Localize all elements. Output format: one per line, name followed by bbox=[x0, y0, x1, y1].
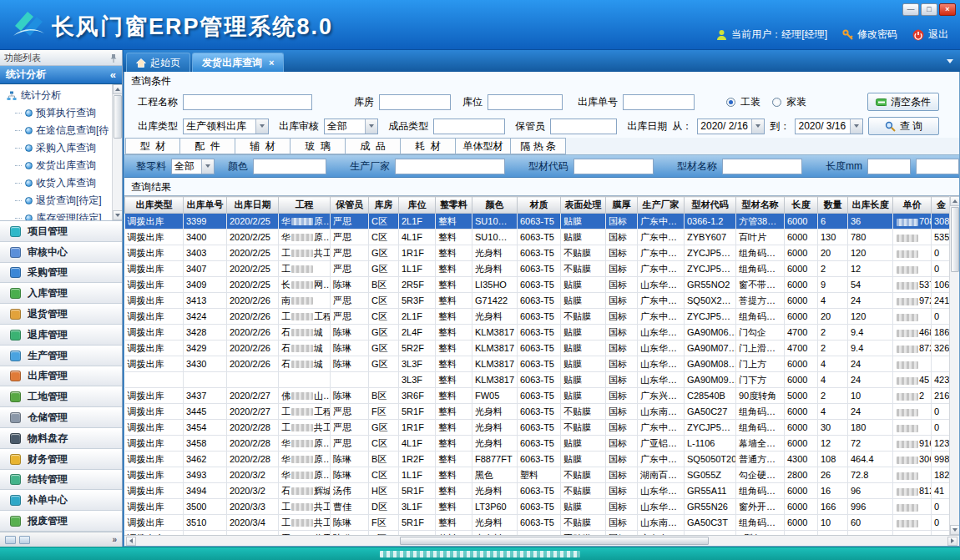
tab-close-icon[interactable]: × bbox=[269, 58, 274, 68]
column-header-6[interactable]: 库房 bbox=[369, 197, 399, 214]
home-install-radio[interactable] bbox=[772, 98, 781, 107]
product-type-input[interactable] bbox=[433, 119, 505, 134]
column-header-3[interactable]: 出库日期 bbox=[227, 197, 279, 214]
tree-item-3[interactable]: 采购入库查询 bbox=[3, 139, 110, 157]
column-header-17[interactable]: 数量 bbox=[818, 197, 848, 214]
material-tab-5[interactable]: 成 品 bbox=[346, 138, 401, 154]
tab-shipping-outbound-query[interactable]: 发货出库查询 × bbox=[192, 53, 284, 72]
tree-item-5[interactable]: 收货入库查询 bbox=[3, 174, 110, 192]
table-row-18[interactable]: 调拨出库34942020/3/2石辉城汤伟H区5R1F整料光身料6063-T5不… bbox=[125, 483, 952, 499]
outbound-type-select[interactable]: 生产领料出库 bbox=[183, 119, 269, 134]
date-to-picker[interactable]: 2020/ 3/16 bbox=[795, 119, 862, 134]
table-row-13[interactable]: 调拨出库34452020/2/27工工程严思F区5R1F整料光身料6063-T5… bbox=[125, 404, 952, 420]
column-header-14[interactable]: 型材代码 bbox=[685, 197, 736, 214]
tab-overflow-caret-icon[interactable] bbox=[947, 59, 953, 63]
table-row-9[interactable]: 调拨出库34292020/2/26石城陈琳G区5R2F整料KLM38176063… bbox=[125, 341, 952, 356]
tree-item-2[interactable]: 在途信息查询[待 bbox=[3, 122, 110, 139]
order-no-input[interactable] bbox=[623, 94, 695, 110]
location-input[interactable] bbox=[488, 94, 563, 110]
profile-name-input[interactable] bbox=[722, 159, 802, 174]
scroll-up-icon[interactable] bbox=[950, 196, 960, 206]
length-max-input[interactable] bbox=[916, 159, 959, 174]
table-row-17[interactable]: 调拨出库34932020/3/2华原…陈琳C区1L1F整料黑色塑料不贴膜国标湖南… bbox=[125, 467, 952, 483]
sidebar-menu-item-9[interactable]: 工地管理 bbox=[0, 386, 122, 407]
column-header-19[interactable]: 单价 bbox=[893, 197, 932, 214]
table-row-3[interactable]: 调拨出库34032020/2/25工共工程严思G区1R1F整料光身料6063-T… bbox=[125, 245, 952, 261]
tree-item-6[interactable]: 退货查询[待定] bbox=[3, 192, 110, 209]
tree-item-4[interactable]: 发货出库查询 bbox=[3, 157, 110, 174]
scroll-right-icon[interactable] bbox=[947, 537, 957, 546]
scroll-down-icon[interactable] bbox=[950, 525, 960, 535]
tree-item-7[interactable]: 库存管理[待定] bbox=[3, 209, 110, 221]
scroll-up-icon[interactable] bbox=[113, 84, 123, 94]
length-min-input[interactable] bbox=[867, 159, 911, 174]
material-tab-6[interactable]: 耗 材 bbox=[401, 138, 456, 154]
column-header-20[interactable]: 金 bbox=[932, 197, 952, 214]
sidebar-menu-item-4[interactable]: 入库管理 bbox=[0, 283, 122, 304]
pin-icon[interactable] bbox=[109, 53, 118, 63]
sidebar-menu-item-14[interactable]: 补单中心 bbox=[0, 490, 122, 511]
logout-button[interactable]: 退出 bbox=[912, 28, 948, 42]
table-row-8[interactable]: 调拨出库34282020/2/26石城陈琳G区2L4F整料KLM38176063… bbox=[125, 325, 952, 341]
table-row-12[interactable]: 调拨出库34372020/2/27佛山…陈琳B区3R6F整料FW056063-T… bbox=[125, 388, 952, 404]
sidebar-menu-item-10[interactable]: 仓储管理 bbox=[0, 407, 122, 428]
column-header-5[interactable]: 保管员 bbox=[331, 197, 369, 214]
material-tab-4[interactable]: 玻 璃 bbox=[291, 138, 346, 154]
keeper-input[interactable] bbox=[550, 119, 617, 134]
grid-hscroll-thumb[interactable] bbox=[400, 537, 709, 545]
sidebar-menu-item-2[interactable]: 审核中心 bbox=[0, 242, 122, 263]
computer-icon[interactable] bbox=[19, 536, 30, 544]
material-tab-7[interactable]: 单体型材 bbox=[456, 138, 511, 154]
column-header-4[interactable]: 工程 bbox=[279, 197, 331, 214]
column-header-7[interactable]: 库位 bbox=[399, 197, 436, 214]
sidebar-menu-item-15[interactable]: 报废管理 bbox=[0, 511, 122, 532]
column-header-9[interactable]: 颜色 bbox=[472, 197, 518, 214]
sidebar-menu-item-11[interactable]: 物料盘存 bbox=[0, 428, 122, 449]
work-install-radio[interactable] bbox=[726, 98, 735, 107]
table-row-14[interactable]: 调拨出库34542020/2/28工共工程严思G区1R1F整料光身料6063-T… bbox=[125, 420, 952, 436]
column-header-2[interactable]: 出库单号 bbox=[184, 197, 227, 214]
sidebar-menu-item-7[interactable]: 生产管理 bbox=[0, 346, 122, 366]
date-from-picker[interactable]: 2020/ 2/16 bbox=[697, 119, 765, 134]
tree-scroll-thumb[interactable] bbox=[114, 95, 122, 139]
sidebar-menu-item-6[interactable]: 退库管理 bbox=[0, 325, 122, 346]
column-header-16[interactable]: 长度 bbox=[785, 197, 818, 214]
sidebar-menu-item-13[interactable]: 结转管理 bbox=[0, 470, 122, 491]
sidebar-menu-item-1[interactable]: 项目管理 bbox=[0, 221, 122, 242]
material-tab-3[interactable]: 辅 材 bbox=[235, 138, 291, 154]
change-password-link[interactable]: 修改密码 bbox=[842, 28, 897, 42]
table-row-1[interactable]: 调拨出库33992020/2/25华原…严思C区2L1F整料SU10…6063-… bbox=[125, 214, 952, 230]
column-header-13[interactable]: 生产厂家 bbox=[638, 197, 685, 214]
search-button[interactable]: 查 询 bbox=[868, 117, 939, 135]
table-row-10[interactable]: 调拨出库34302020/2/26石城陈琳G区3L3F整料KLM38176063… bbox=[125, 356, 952, 372]
warehouse-input[interactable] bbox=[379, 94, 451, 110]
scroll-left-icon[interactable] bbox=[126, 537, 136, 546]
table-row-7[interactable]: 调拨出库34242020/2/26工工程严思C区2L1F整料光身料6063-T5… bbox=[125, 309, 952, 325]
expand-icon[interactable]: » bbox=[112, 535, 117, 544]
table-row-4[interactable]: 调拨出库34072020/2/25工严思G区1L1F整料光身料6063-T5不贴… bbox=[125, 261, 952, 277]
column-header-10[interactable]: 材质 bbox=[518, 197, 561, 214]
manufacturer-input[interactable] bbox=[395, 159, 505, 174]
column-header-1[interactable]: 出库类型 bbox=[125, 197, 184, 214]
sidebar-menu-item-3[interactable]: 采购管理 bbox=[0, 263, 122, 284]
table-row-2[interactable]: 调拨出库34002020/2/25华原…严思C区4L1F整料SU10…6063-… bbox=[125, 230, 952, 245]
project-name-input[interactable] bbox=[183, 94, 312, 110]
outbound-audit-select[interactable]: 全部 bbox=[324, 119, 378, 134]
tree-item-1[interactable]: 预算执行查询 bbox=[3, 104, 110, 122]
statistics-section-header[interactable]: 统计分析 « bbox=[0, 66, 122, 84]
table-row-5[interactable]: 调拨出库34092020/2/25长网…陈琳B区2R5F整料LI35HO6063… bbox=[125, 277, 952, 293]
table-row-20[interactable]: 调拨出库35102020/3/4工共工程陈琳F区5R1F整料光身料6063-T5… bbox=[125, 515, 952, 531]
table-row-11[interactable]: 3L3F整料KLM38176063-T5贴膜国标山东华…GA90M09…门下方6… bbox=[125, 372, 952, 388]
collapse-icon[interactable]: « bbox=[110, 68, 116, 81]
material-tab-2[interactable]: 配 件 bbox=[180, 138, 235, 154]
column-header-18[interactable]: 出库长度 bbox=[848, 197, 893, 214]
table-row-19[interactable]: 调拨出库35002020/3/3工共工程曹佳D区3L1F整料LT3P606063… bbox=[125, 499, 952, 515]
clear-conditions-button[interactable]: 清空条件 bbox=[867, 93, 939, 111]
minimize-button[interactable]: — bbox=[902, 3, 919, 16]
table-row-16[interactable]: 调拨出库34622020/2/28华原…陈琳B区1R2F整料F8877FT606… bbox=[125, 452, 952, 467]
column-header-11[interactable]: 表面处理 bbox=[561, 197, 606, 214]
column-header-12[interactable]: 膜厚 bbox=[606, 197, 638, 214]
folder-icon[interactable] bbox=[5, 536, 16, 544]
sidebar-menu-item-5[interactable]: 退货管理 bbox=[0, 304, 122, 325]
whole-scrap-select[interactable]: 全部 bbox=[171, 159, 215, 174]
